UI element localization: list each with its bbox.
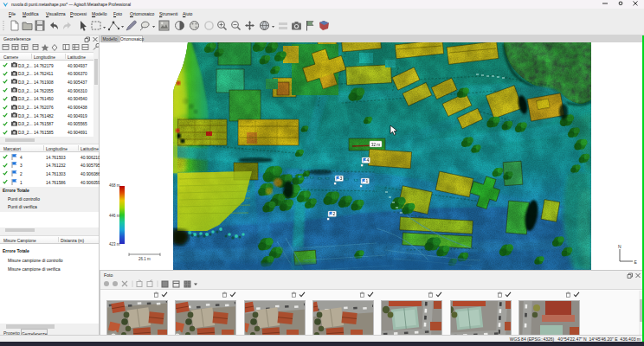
svg-text:E: E	[634, 260, 638, 265]
svg-text:1: 1	[366, 178, 369, 183]
svg-text:3: 3	[340, 176, 343, 181]
svg-text:2: 2	[333, 211, 336, 216]
svg-text:N: N	[618, 244, 621, 249]
svg-text:32 m: 32 m	[371, 143, 380, 147]
svg-text:26.1 m: 26.1 m	[138, 257, 151, 261]
svg-text:4: 4	[367, 157, 370, 163]
